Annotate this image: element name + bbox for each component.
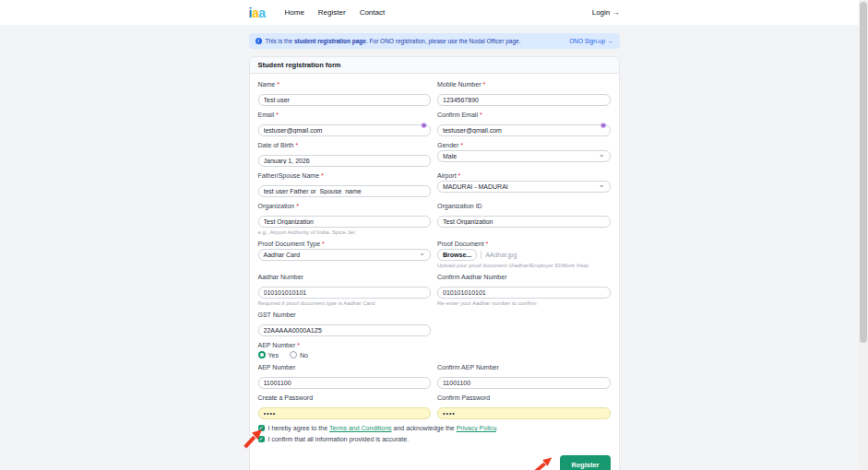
- terms-link[interactable]: Terms and Conditions: [329, 425, 392, 431]
- email-label: Email *: [258, 112, 432, 118]
- nav-link-home[interactable]: Home: [284, 8, 303, 17]
- dob-input[interactable]: [258, 155, 432, 167]
- field-mobile: Mobile Number *: [437, 81, 611, 106]
- name-input[interactable]: [258, 94, 432, 106]
- accuracy-checkbox-label: I confirm that all information provided …: [268, 436, 410, 442]
- autofill-extension-icon[interactable]: ❋: [421, 123, 427, 130]
- register-button[interactable]: Register: [560, 455, 610, 470]
- login-link[interactable]: Login →: [592, 8, 620, 17]
- aep-radio-no[interactable]: No: [290, 351, 308, 358]
- browse-button[interactable]: Browse...: [437, 249, 477, 261]
- aadhar-input[interactable]: [258, 287, 432, 299]
- organization-input[interactable]: [258, 216, 432, 228]
- info-banner-text: This is the student registration page. F…: [266, 38, 521, 44]
- terms-checkbox[interactable]: ✓: [258, 425, 265, 431]
- field-father-name: Father/Spouse Name *: [258, 172, 432, 197]
- registration-form: Name * Mobile Number * Email * ❋ Confirm…: [250, 74, 619, 470]
- confirm-password-input[interactable]: [437, 407, 611, 419]
- proof-document-hint: Upload your proof document (Aadhar/Emplo…: [437, 263, 611, 268]
- proof-type-selected-value: Aadhar Card: [264, 252, 301, 258]
- password-input[interactable]: [258, 407, 432, 419]
- field-aadhar: Aadhar Number Required if proof document…: [258, 274, 432, 306]
- field-name: Name *: [258, 81, 432, 106]
- aep-toggle-label: AEP Number *: [258, 342, 611, 348]
- terms-checkbox-label: I hereby agree to the Terms and Conditio…: [268, 425, 498, 431]
- registration-card: Student registration form Name * Mobile …: [249, 56, 620, 470]
- chevron-down-icon: ⌄: [599, 151, 605, 159]
- nav-link-contact[interactable]: Contact: [360, 8, 386, 17]
- field-proof-document: Proof Document * Browse... AAdhar.jpg Up…: [437, 241, 611, 268]
- field-aep-number: AEP Number: [258, 364, 432, 389]
- gst-label: GST Number: [258, 311, 432, 318]
- proof-document-file-input: Browse... AAdhar.jpg: [437, 249, 611, 261]
- chevron-down-icon: ⌄: [419, 250, 425, 257]
- confirm-aep-number-input[interactable]: [437, 377, 611, 389]
- gender-select[interactable]: Male ⌄: [437, 150, 611, 162]
- organization-id-label: Organization ID: [437, 203, 611, 209]
- field-aep-toggle: AEP Number * Yes No: [258, 342, 611, 358]
- field-confirm-email: Confirm Email * ❋: [437, 112, 611, 136]
- aep-number-label: AEP Number: [258, 364, 432, 370]
- radio-selected-icon: [258, 351, 266, 358]
- aadhar-label: Aadhar Number: [258, 274, 432, 280]
- accuracy-checkbox-row: ✓ I confirm that all information provide…: [258, 436, 611, 442]
- info-icon: i: [256, 38, 262, 44]
- proof-type-select[interactable]: Aadhar Card ⌄: [258, 249, 432, 261]
- field-gst: GST Number: [258, 311, 432, 336]
- accuracy-checkbox[interactable]: ✓: [258, 436, 265, 442]
- field-airport: Airport * MADURAI - MADURAI ⌄: [437, 172, 611, 197]
- proof-type-label: Proof Document Type *: [258, 241, 432, 247]
- airport-selected-value: MADURAI - MADURAI: [443, 183, 508, 190]
- field-email: Email * ❋: [258, 112, 432, 136]
- aep-radio-yes[interactable]: Yes: [258, 351, 279, 358]
- scrollbar-thumb[interactable]: [860, 2, 867, 343]
- scrollbar-track[interactable]: [859, 0, 868, 470]
- confirm-password-label: Confirm Password: [437, 394, 611, 401]
- mobile-input[interactable]: [437, 94, 611, 106]
- gender-selected-value: Male: [443, 153, 457, 159]
- mobile-label: Mobile Number *: [437, 81, 611, 88]
- file-separator: [481, 251, 482, 259]
- airport-label: Airport *: [437, 172, 611, 179]
- father-name-input[interactable]: [258, 185, 432, 197]
- confirm-email-input[interactable]: [437, 124, 611, 136]
- field-organization: Organization * e.g., Airport Authority o…: [258, 203, 432, 235]
- logo-letter: a: [258, 6, 265, 20]
- father-name-label: Father/Spouse Name *: [258, 172, 432, 179]
- form-title: Student registration form: [258, 61, 611, 69]
- organization-hint: e.g., Airport Authority of India, Spice …: [258, 229, 432, 235]
- field-confirm-password: Confirm Password: [437, 394, 611, 419]
- submit-row: Register: [258, 455, 611, 470]
- gst-input[interactable]: [258, 324, 432, 336]
- top-navbar: iaa Home Register Contact Login →: [0, 0, 868, 25]
- organization-id-input[interactable]: [437, 216, 611, 228]
- proof-document-label: Proof Document *: [437, 241, 611, 247]
- field-confirm-aep-number: Confirm AEP Number: [437, 364, 611, 389]
- privacy-policy-link[interactable]: Privacy Policy: [457, 425, 496, 431]
- field-gender: Gender * Male ⌄: [437, 142, 611, 167]
- radio-unselected-icon: [290, 351, 297, 358]
- password-label: Create a Password: [258, 394, 432, 401]
- nav-link-register[interactable]: Register: [318, 8, 346, 17]
- confirm-aadhar-label: Confirm Aadhar Number: [437, 274, 611, 280]
- confirm-aadhar-input[interactable]: [437, 287, 611, 299]
- info-banner: i This is the student registration page.…: [249, 33, 620, 49]
- gender-label: Gender *: [437, 142, 611, 148]
- iaa-logo[interactable]: iaa: [249, 6, 266, 19]
- email-input[interactable]: [258, 124, 432, 136]
- confirm-aep-number-label: Confirm AEP Number: [437, 364, 611, 370]
- field-organization-id: Organization ID: [437, 203, 611, 235]
- terms-checkbox-row: ✓ I hereby agree to the Terms and Condit…: [258, 425, 611, 431]
- aep-no-label: No: [300, 352, 308, 358]
- airport-select[interactable]: MADURAI - MADURAI ⌄: [437, 181, 611, 193]
- confirm-aadhar-hint: Re-enter your Aadhar number to confirm: [437, 300, 611, 306]
- chevron-down-icon: ⌄: [599, 182, 605, 189]
- aep-number-input[interactable]: [258, 377, 432, 389]
- autofill-extension-icon[interactable]: ❋: [600, 123, 607, 130]
- uploaded-filename: AAdhar.jpg: [485, 252, 517, 258]
- aep-yes-label: Yes: [268, 352, 279, 358]
- confirm-email-label: Confirm Email *: [437, 112, 611, 118]
- ono-signup-link[interactable]: ONO Sign-up →: [569, 38, 612, 44]
- card-header: Student registration form: [250, 57, 619, 74]
- organization-label: Organization *: [258, 203, 432, 209]
